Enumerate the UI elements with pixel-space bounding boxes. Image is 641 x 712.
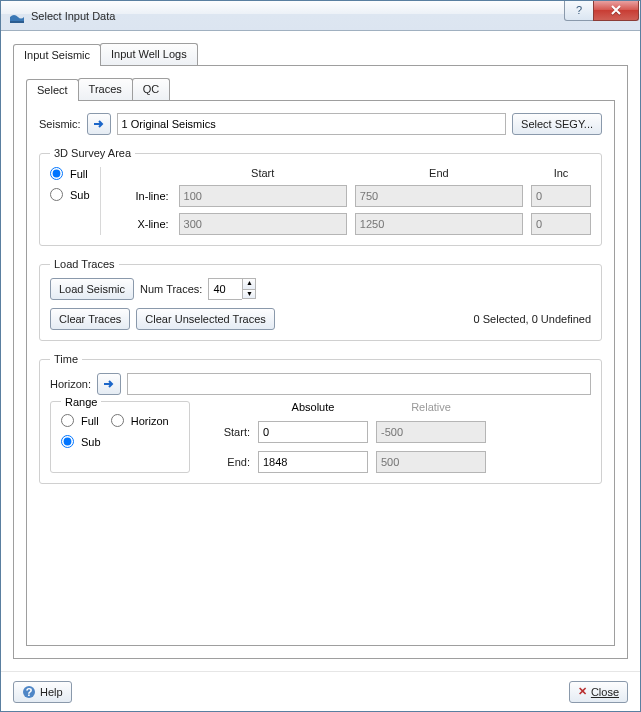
survey-radio-sub[interactable]: Sub	[50, 188, 90, 201]
spinner-up-icon[interactable]: ▲	[242, 278, 256, 289]
range-fieldset: Range Full Horizon Sub	[50, 401, 190, 473]
titlebar-help-button[interactable]: ?	[564, 1, 594, 21]
absolute-header: Absolute	[258, 401, 368, 413]
seismic-input[interactable]	[117, 113, 506, 135]
load-traces-fieldset: Load Traces Load Seismic Num Traces: ▲ ▼	[39, 258, 602, 341]
content-area: Input Seismic Input Well Logs Select Tra…	[1, 31, 640, 671]
rel-start-input	[376, 421, 486, 443]
inner-tabstrip: Select Traces QC	[26, 78, 615, 100]
clear-unselected-button[interactable]: Clear Unselected Traces	[136, 308, 274, 330]
rel-end-input	[376, 451, 486, 473]
seismic-row: Seismic: Select SEGY...	[39, 113, 602, 135]
xline-end-input	[355, 213, 523, 235]
survey-radio-full[interactable]: Full	[50, 167, 90, 180]
footer: ? Help ✕ Close	[1, 671, 640, 711]
titlebar-close-button[interactable]	[593, 1, 639, 21]
close-button[interactable]: ✕ Close	[569, 681, 628, 703]
abs-rel-group: Absolute Relative Start: End:	[206, 401, 591, 473]
survey-hdr-start: Start	[179, 167, 347, 179]
seismic-label: Seismic:	[39, 118, 81, 130]
outer-tabstrip: Input Seismic Input Well Logs	[13, 43, 628, 65]
load-seismic-button[interactable]: Load Seismic	[50, 278, 134, 300]
range-radio-sub[interactable]: Sub	[61, 435, 179, 448]
survey-grid: Start End Inc In-line: X-line:	[115, 167, 591, 235]
window-title: Select Input Data	[31, 10, 115, 22]
horizon-input[interactable]	[127, 373, 591, 395]
time-start-label: Start:	[206, 426, 250, 438]
num-traces-spinner[interactable]: ▲ ▼	[208, 278, 256, 300]
survey-radio-group: Full Sub	[50, 167, 101, 235]
time-legend: Time	[50, 353, 82, 365]
num-traces-label: Num Traces:	[140, 283, 202, 295]
close-x-icon: ✕	[578, 685, 587, 698]
seismic-select-arrow-button[interactable]	[87, 113, 111, 135]
relative-header: Relative	[376, 401, 486, 413]
horizon-select-arrow-button[interactable]	[97, 373, 121, 395]
tab-input-seismic[interactable]: Input Seismic	[13, 44, 101, 66]
inline-label: In-line:	[115, 190, 171, 202]
spinner-down-icon[interactable]: ▼	[242, 289, 256, 299]
survey-hdr-inc: Inc	[531, 167, 591, 179]
inline-end-input	[355, 185, 523, 207]
outer-tabpanel: Select Traces QC Seismic: Select SEGY	[13, 65, 628, 659]
survey-area-legend: 3D Survey Area	[50, 147, 135, 159]
traces-status-text: 0 Selected, 0 Undefined	[474, 313, 591, 325]
horizon-label: Horizon:	[50, 378, 91, 390]
help-button[interactable]: ? Help	[13, 681, 72, 703]
time-fieldset: Time Horizon: Range	[39, 353, 602, 484]
svg-text:?: ?	[576, 4, 582, 16]
time-end-label: End:	[206, 456, 250, 468]
dialog-window: Select Input Data ? Input Seismic Input …	[0, 0, 641, 712]
range-radio-horizon[interactable]: Horizon	[111, 414, 169, 427]
arrow-right-icon	[102, 378, 116, 390]
app-icon	[9, 8, 25, 24]
titlebar: Select Input Data ?	[1, 1, 640, 31]
inner-tabpanel: Seismic: Select SEGY... 3D Survey Area	[26, 100, 615, 646]
survey-hdr-end: End	[355, 167, 523, 179]
abs-end-input[interactable]	[258, 451, 368, 473]
svg-rect-0	[10, 21, 24, 23]
survey-area-fieldset: 3D Survey Area Full Sub Start End	[39, 147, 602, 246]
tab-qc[interactable]: QC	[132, 78, 171, 100]
svg-text:?: ?	[26, 686, 33, 698]
select-segy-button[interactable]: Select SEGY...	[512, 113, 602, 135]
load-traces-legend: Load Traces	[50, 258, 119, 270]
tab-traces[interactable]: Traces	[78, 78, 133, 100]
tab-select[interactable]: Select	[26, 79, 79, 101]
xline-inc-input	[531, 213, 591, 235]
num-traces-input[interactable]	[208, 278, 242, 300]
abs-start-input[interactable]	[258, 421, 368, 443]
range-legend: Range	[61, 396, 101, 408]
clear-traces-button[interactable]: Clear Traces	[50, 308, 130, 330]
inline-start-input	[179, 185, 347, 207]
inline-inc-input	[531, 185, 591, 207]
arrow-right-icon	[92, 118, 106, 130]
tab-input-well-logs[interactable]: Input Well Logs	[100, 43, 198, 65]
help-icon: ?	[22, 685, 36, 699]
xline-label: X-line:	[115, 218, 171, 230]
range-radio-full[interactable]: Full	[61, 414, 99, 427]
xline-start-input	[179, 213, 347, 235]
